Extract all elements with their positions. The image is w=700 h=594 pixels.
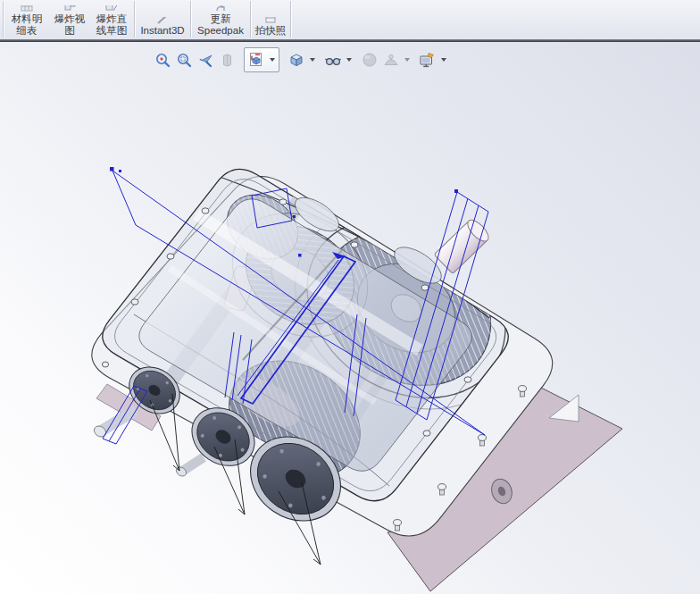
instant3d-label: Instant3D <box>140 25 184 37</box>
exploded-view-label: 爆炸视 图 <box>54 13 86 37</box>
apply-scene-icon <box>380 48 402 71</box>
bom-button[interactable]: 材料明 细表 <box>4 0 49 39</box>
zoom-to-fit-icon[interactable] <box>152 48 173 71</box>
edit-appearance-icon <box>359 48 380 71</box>
headsup-view-toolbar <box>152 47 449 72</box>
snapshot-icon <box>263 17 278 24</box>
snapshot-button[interactable]: 拍快照 <box>252 0 289 39</box>
explode-sketch-icon <box>104 5 119 13</box>
instant3d-icon <box>155 17 170 24</box>
toolbar-separator <box>290 1 291 38</box>
display-style-dropdown[interactable] <box>310 58 315 62</box>
toolbar-separator <box>250 1 251 38</box>
zoom-to-area-icon[interactable] <box>173 48 195 71</box>
solidworks-window: 材料明 细表 爆炸视 图 爆炸直 线草图 Instant3D <box>0 0 700 594</box>
command-toolbar: 材料明 细表 爆炸视 图 爆炸直 线草图 Instant3D <box>0 0 700 39</box>
snapshot-label: 拍快照 <box>255 25 287 37</box>
previous-view-icon[interactable] <box>195 48 216 71</box>
instant3d-button[interactable]: Instant3D <box>136 0 189 39</box>
hide-show-items-icon[interactable] <box>322 48 344 71</box>
view-orientation-dropdown[interactable] <box>270 58 275 62</box>
exploded-view-button[interactable]: 爆炸视 图 <box>49 0 90 39</box>
toolbar-separator <box>134 1 135 38</box>
view-orientation-group <box>244 47 279 72</box>
display-style-icon[interactable] <box>286 48 307 71</box>
bom-icon <box>20 5 34 13</box>
explode-sketch-label: 爆炸直 线草图 <box>96 13 128 37</box>
update-speedpak-icon <box>213 5 228 13</box>
bom-label: 材料明 细表 <box>12 13 43 37</box>
explode-sketch-button[interactable]: 爆炸直 线草图 <box>90 0 133 39</box>
output-shaft[interactable] <box>434 217 492 274</box>
hide-show-items-dropdown[interactable] <box>346 58 352 62</box>
toolbar-separator <box>190 1 191 38</box>
view-settings-dropdown[interactable] <box>441 58 446 62</box>
exploded-view-icon <box>62 5 77 13</box>
view-orientation-icon[interactable] <box>246 48 267 71</box>
3d-model-gear-reducer[interactable] <box>0 42 700 594</box>
apply-scene-dropdown[interactable] <box>404 58 410 62</box>
toolbar-separator <box>3 1 4 38</box>
update-speedpak-button[interactable]: 更新 Speedpak <box>192 0 249 39</box>
update-speedpak-label: 更新 Speedpak <box>197 13 244 37</box>
view-settings-icon[interactable] <box>417 48 438 71</box>
graphics-area[interactable] <box>0 42 700 594</box>
section-view-icon <box>216 48 238 71</box>
